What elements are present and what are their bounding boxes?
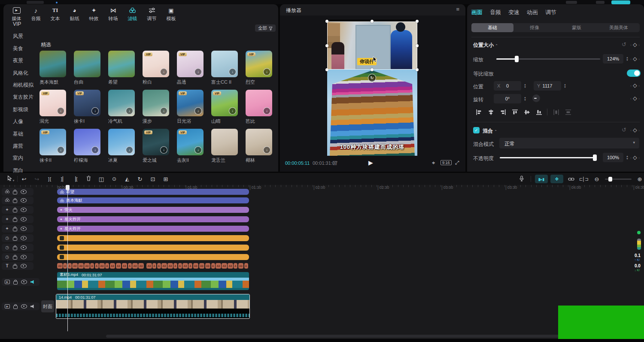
mute-speaker-icon[interactable]	[30, 280, 35, 284]
selection-handle-e[interactable]	[416, 44, 419, 47]
inspector-subtab-2[interactable]: 蒙版	[556, 23, 598, 32]
filter-thumbnail[interactable]: VIP ↓	[39, 129, 66, 155]
visibility-icon[interactable]	[21, 227, 27, 231]
download-icon[interactable]: ↓	[91, 146, 99, 154]
export-button-fragment[interactable]	[611, 0, 630, 4]
text-clip[interactable]: A3	[182, 263, 188, 269]
preview-axis-toggle[interactable]: ⊏⎢⊐	[577, 177, 590, 182]
toolbar-item-effects[interactable]: ✦ 特效	[84, 6, 103, 22]
opacity-slider[interactable]	[500, 157, 597, 158]
lock-icon[interactable]	[13, 281, 18, 284]
extract-frame-button[interactable]: ⊞	[159, 176, 172, 182]
main-track-magnet-toggle[interactable]: ▮▸▮	[535, 175, 548, 183]
filter-thumbnail[interactable]: VIP ↓	[177, 51, 204, 77]
download-icon[interactable]: ↓	[126, 146, 133, 154]
text-clip[interactable]: A3	[84, 263, 90, 269]
inspector-tab-3[interactable]: 动画	[527, 9, 538, 16]
text-clip[interactable]: A3	[72, 263, 78, 269]
filter-thumbnail[interactable]: ↓	[108, 90, 135, 116]
filter-thumbnail[interactable]: ↓	[246, 90, 272, 116]
toolbar-item-transition[interactable]: ⋈ 转场	[103, 6, 123, 22]
cover-button[interactable]: 封面	[41, 300, 54, 312]
filter-thumbnail[interactable]: ↓	[108, 129, 135, 155]
reverse-button[interactable]: ⊙	[108, 176, 121, 182]
download-icon[interactable]: ↓	[194, 68, 202, 76]
selection-handle-sw[interactable]	[325, 68, 328, 71]
text-clip[interactable]: A3	[222, 263, 227, 269]
filter-category-0[interactable]: VIP	[3, 18, 40, 30]
text-clip[interactable]: A3	[167, 263, 173, 269]
position-size-reset-icon[interactable]: ↺	[622, 41, 626, 48]
filter-thumbnail[interactable]: ↓	[143, 90, 169, 116]
aspect-ratio-button[interactable]: 9:16	[440, 160, 452, 165]
lock-icon[interactable]	[13, 247, 17, 250]
blend-reset-icon[interactable]: ↺	[622, 127, 626, 133]
toolbar-item-sticker[interactable]: ◕ 贴纸	[65, 6, 84, 22]
text-clip[interactable]: A	[105, 263, 109, 269]
visibility-icon[interactable]	[21, 280, 27, 284]
text-clip[interactable]: A	[234, 263, 237, 269]
visibility-icon[interactable]	[21, 255, 27, 259]
download-icon[interactable]: ↓	[194, 146, 202, 154]
text-clip[interactable]: A3	[132, 263, 138, 269]
filter-thumbnail[interactable]	[74, 51, 100, 77]
text-clip[interactable]: A	[63, 263, 67, 269]
inspector-subtab-3[interactable]: 美颜美体	[598, 23, 640, 32]
text-clip[interactable]: A3	[216, 263, 221, 269]
lock-icon[interactable]	[13, 218, 17, 222]
filter-category-4[interactable]: 风格化	[3, 67, 40, 79]
opacity-keyframe-icon[interactable]: ‹ ◇ ›	[630, 154, 640, 160]
selection-handle-s[interactable]	[371, 68, 374, 71]
visibility-icon[interactable]	[21, 236, 27, 240]
text-clip[interactable]: A	[68, 263, 72, 269]
selection-handle-nw[interactable]	[325, 20, 328, 23]
download-icon[interactable]: ↓	[160, 68, 167, 76]
filter-category-9[interactable]: 基础	[3, 128, 40, 140]
timeline-zoom-slider[interactable]	[605, 179, 632, 180]
inspector-subtab-1[interactable]: 抠像	[513, 23, 556, 32]
distribute-vertical-button[interactable]	[562, 107, 574, 117]
lock-icon[interactable]	[13, 191, 17, 194]
scale-slider-knob[interactable]	[515, 56, 519, 62]
inspector-tab-0[interactable]: 画面	[471, 9, 483, 16]
play-button[interactable]: ▶	[368, 159, 373, 166]
filter-thumbnail[interactable]	[211, 129, 238, 155]
lock-icon[interactable]	[13, 306, 18, 309]
scale-keyframe-icon[interactable]: ‹ ◇ ›	[630, 56, 640, 62]
inspector-tab-4[interactable]: 调节	[545, 9, 556, 16]
filter-category-10[interactable]: 露营	[3, 140, 40, 152]
align-top-button[interactable]	[509, 107, 520, 117]
position-x-stepper[interactable]: ▲▼	[522, 81, 528, 91]
align-bottom-button[interactable]	[533, 107, 544, 117]
lock-icon[interactable]	[13, 209, 17, 212]
filter-category-8[interactable]: 人像	[3, 115, 40, 127]
visibility-icon[interactable]	[21, 190, 27, 194]
rotate-handle-icon[interactable]: ↻	[368, 74, 376, 82]
filter-clip[interactable]: 希望	[57, 189, 249, 195]
download-icon[interactable]: ↓	[126, 107, 133, 115]
download-icon[interactable]: ↓	[57, 146, 64, 154]
delete-right-button[interactable]: ⎥[	[69, 176, 82, 182]
visibility-icon[interactable]	[21, 198, 27, 203]
text-clip[interactable]: A3	[110, 263, 115, 269]
text-clip[interactable]: A	[188, 263, 192, 269]
filter-thumbnail[interactable]: ↓	[211, 51, 238, 77]
scale-value[interactable]: 124%	[603, 54, 623, 64]
toolbar-item-filter[interactable]: 滤镜	[123, 6, 142, 22]
filter-category-3[interactable]: 夜景	[3, 54, 40, 67]
delete-left-button[interactable]: ]⎢	[56, 176, 69, 182]
filter-thumbnail[interactable]	[39, 51, 66, 77]
download-icon[interactable]: ↓	[263, 146, 270, 154]
main-video-clip[interactable]: 14.mp4 00:01:31:07	[56, 294, 250, 319]
split-button[interactable]: ][	[43, 176, 56, 182]
text-clip[interactable]: A3	[193, 263, 199, 269]
lock-icon[interactable]	[13, 265, 17, 269]
collapse-chevron-icon[interactable]: ⌃	[495, 44, 498, 48]
text-clip[interactable]: A3	[138, 263, 144, 269]
toolbar-item-text[interactable]: TI 文本	[46, 6, 65, 22]
filter-thumbnail[interactable]: VIP ↓	[74, 90, 100, 116]
filter-category-11[interactable]: 室内	[3, 152, 40, 164]
blend-mode-dropdown[interactable]: 正常 ▾	[499, 138, 639, 148]
align-center-vertical-button[interactable]	[521, 107, 532, 117]
opacity-stepper[interactable]: ▲▼	[625, 153, 630, 162]
